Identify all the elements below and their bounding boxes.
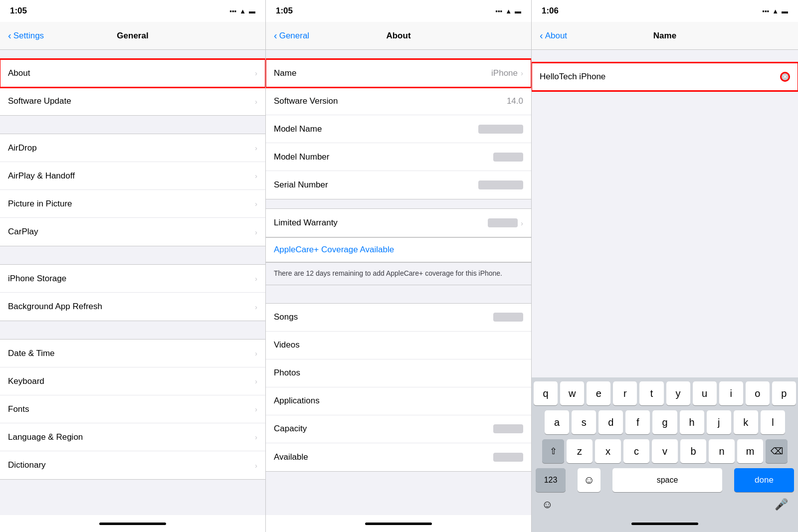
back-to-general[interactable]: ‹ General [274, 30, 309, 41]
about-chevron: › [255, 69, 257, 77]
nav-bar-3: ‹ About Name [532, 22, 798, 50]
kb-b[interactable]: b [680, 439, 706, 463]
row-warranty[interactable]: Limited Warranty › [266, 209, 531, 237]
airplay-chevron: › [255, 172, 257, 180]
dictionary-label: Dictionary [8, 460, 46, 470]
row-language[interactable]: Language & Region › [0, 423, 265, 451]
kb-s[interactable]: s [572, 410, 596, 434]
kb-p[interactable]: p [772, 381, 796, 405]
kb-l[interactable]: l [761, 410, 785, 434]
kb-u[interactable]: u [693, 381, 717, 405]
status-bar-1: 1:05 ▪▪▪ ▲ ▬ [0, 0, 265, 22]
model-number-value [493, 153, 523, 162]
kb-emoji-bottom[interactable]: ☺ [542, 498, 553, 511]
airdrop-label: AirDrop [8, 143, 37, 153]
back-to-settings[interactable]: ‹ Settings [8, 30, 44, 41]
kb-n[interactable]: n [709, 439, 735, 463]
row-airplay[interactable]: AirPlay & Handoff › [0, 162, 265, 190]
kb-x[interactable]: x [595, 439, 621, 463]
applecare-link[interactable]: AppleCare+ Coverage Available [266, 238, 531, 262]
home-bar-3 [631, 523, 698, 525]
kb-a[interactable]: a [545, 410, 569, 434]
background-refresh-label: Background App Refresh [8, 302, 102, 312]
fonts-label: Fonts [8, 404, 29, 414]
about-scroll[interactable]: Name iPhone › Software Version 14.0 Mode… [266, 50, 531, 515]
kb-space[interactable]: space [612, 468, 722, 492]
applecare-link-container[interactable]: AppleCare+ Coverage Available [266, 237, 531, 262]
kb-t[interactable]: t [639, 381, 663, 405]
kb-y[interactable]: y [666, 381, 690, 405]
kb-o[interactable]: o [746, 381, 770, 405]
row-name[interactable]: Name iPhone › [266, 59, 531, 87]
applications-label: Applications [274, 396, 320, 406]
row-software-version: Software Version 14.0 [266, 87, 531, 115]
name-text-input[interactable] [540, 72, 780, 82]
section-2: AirDrop › AirPlay & Handoff › Picture in… [0, 134, 265, 246]
iphone-storage-chevron: › [255, 274, 257, 283]
row-airdrop[interactable]: AirDrop › [0, 134, 265, 162]
back-to-about[interactable]: ‹ About [540, 30, 567, 41]
keyboard: q w e r t y u i o p a s d f g h j k l ⇧ … [532, 377, 798, 515]
row-keyboard[interactable]: Keyboard › [0, 367, 265, 395]
software-version-value: 14.0 [507, 96, 523, 106]
available-label: Available [274, 452, 308, 462]
panel-about: 1:05 ▪▪▪ ▲ ▬ ‹ General About Name iPhone… [266, 0, 532, 532]
kb-f[interactable]: f [625, 410, 650, 434]
section-3: iPhone Storage › Background App Refresh … [0, 264, 265, 321]
wifi-icon-3: ▲ [772, 7, 779, 15]
about-value: › [255, 69, 257, 77]
kb-numbers[interactable]: 123 [536, 468, 566, 492]
row-fonts[interactable]: Fonts › [0, 395, 265, 423]
kb-i[interactable]: i [719, 381, 743, 405]
name-value: iPhone › [491, 68, 523, 78]
row-pip[interactable]: Picture in Picture › [0, 190, 265, 218]
kb-mic-bottom[interactable]: 🎤 [775, 498, 788, 511]
general-scroll[interactable]: About › Software Update › AirDrop › AirP… [0, 50, 265, 515]
software-version-label: Software Version [274, 96, 338, 106]
row-date-time[interactable]: Date & Time › [0, 340, 265, 367]
row-iphone-storage[interactable]: iPhone Storage › [0, 265, 265, 293]
kb-shift[interactable]: ⇧ [542, 439, 564, 463]
kb-emoji[interactable]: ☺ [578, 468, 600, 492]
kb-bottom-row: 123 ☺ space done [534, 468, 796, 492]
nav-title-1: General [117, 31, 148, 41]
kb-q[interactable]: q [534, 381, 558, 405]
kb-e[interactable]: e [587, 381, 610, 405]
time-1: 1:05 [10, 6, 27, 16]
airdrop-chevron: › [255, 144, 257, 152]
software-update-chevron: › [255, 97, 257, 106]
row-dictionary[interactable]: Dictionary › [0, 451, 265, 479]
about-label: About [8, 68, 30, 78]
kb-j[interactable]: j [707, 410, 731, 434]
photos-label: Photos [274, 368, 300, 378]
airplay-label: AirPlay & Handoff [8, 171, 75, 181]
kb-g[interactable]: g [652, 410, 677, 434]
warranty-value: › [488, 218, 523, 227]
kb-z[interactable]: z [567, 439, 593, 463]
name-input-row[interactable]: ✕ [532, 63, 798, 91]
battery-icon-2: ▬ [515, 7, 521, 15]
kb-delete[interactable]: ⌫ [766, 439, 788, 463]
kb-k[interactable]: k [734, 410, 758, 434]
kb-w[interactable]: w [560, 381, 584, 405]
row-available: Available [266, 443, 531, 471]
kb-c[interactable]: c [623, 439, 649, 463]
row-software-update[interactable]: Software Update › [0, 87, 265, 115]
row-applications: Applications [266, 387, 531, 415]
kb-done[interactable]: done [734, 468, 794, 492]
keyboard-label: Keyboard [8, 376, 44, 386]
kb-m[interactable]: m [737, 439, 763, 463]
row-background-refresh[interactable]: Background App Refresh › [0, 293, 265, 321]
model-number-label: Model Number [274, 152, 330, 162]
kb-r[interactable]: r [613, 381, 637, 405]
kb-v[interactable]: v [652, 439, 678, 463]
row-about[interactable]: About › [0, 59, 265, 87]
kb-row-3: ⇧ z x c v b n m ⌫ [534, 439, 796, 463]
kb-h[interactable]: h [680, 410, 704, 434]
row-carplay[interactable]: CarPlay › [0, 218, 265, 246]
home-indicator-1 [0, 515, 265, 532]
about-section-1: Name iPhone › Software Version 14.0 Mode… [266, 59, 531, 199]
clear-button[interactable]: ✕ [780, 72, 790, 82]
kb-d[interactable]: d [598, 410, 623, 434]
fonts-chevron: › [255, 405, 257, 413]
